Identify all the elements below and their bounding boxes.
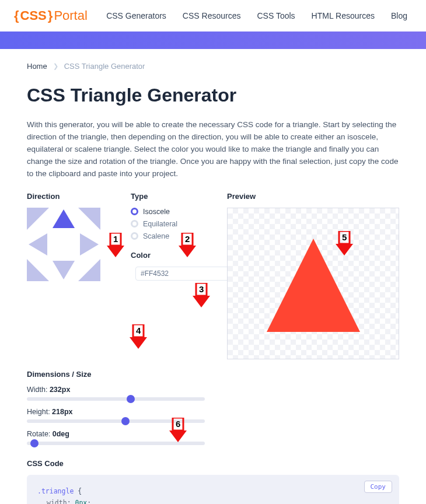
logo-brace-close: }	[48, 8, 53, 23]
preview-label: Preview	[227, 192, 399, 201]
direction-top-right[interactable]	[78, 208, 100, 230]
nav-html-resources[interactable]: HTML Resources	[312, 11, 375, 20]
code-line: .triangle {	[37, 485, 389, 497]
code-line: width: 0px;	[37, 497, 389, 504]
color-input[interactable]	[135, 267, 233, 281]
nav-css-resources[interactable]: CSS Resources	[183, 11, 241, 20]
intro-text: With this generator, you will be able to…	[27, 119, 399, 180]
direction-bottom[interactable]	[53, 259, 75, 281]
nav-css-generators[interactable]: CSS Generators	[106, 11, 166, 20]
radio-dot-icon	[131, 232, 138, 240]
direction-center-empty	[53, 233, 75, 256]
breadcrumb-home[interactable]: Home	[27, 62, 47, 71]
type-radio-isoscele[interactable]: Isoscele	[131, 208, 215, 216]
rotate-label: Rotate: 0deg	[27, 430, 205, 438]
preview-section: Preview	[227, 192, 399, 359]
banner-stripe	[0, 32, 426, 49]
direction-top-left[interactable]	[27, 208, 49, 230]
direction-top[interactable]	[53, 208, 75, 230]
type-radio-scalene[interactable]: Scalene	[131, 232, 215, 240]
slider-thumb[interactable]	[121, 417, 130, 425]
preview-triangle	[267, 239, 360, 332]
page-container: Home ❯ CSS Triangle Generator CSS Triang…	[0, 49, 426, 504]
logo-text-portal: Portal	[54, 8, 87, 23]
code-box: Copy .triangle { width: 0px; height: 0px…	[27, 475, 399, 504]
type-label: Type	[131, 192, 215, 201]
copy-button[interactable]: Copy	[364, 481, 393, 493]
type-radio-list: Isoscele Equilateral Scalene	[131, 208, 215, 240]
breadcrumb: Home ❯ CSS Triangle Generator	[27, 62, 399, 71]
type-radio-equilateral[interactable]: Equilateral	[131, 220, 215, 228]
slider-thumb[interactable]	[30, 439, 39, 447]
radio-dot-icon	[131, 208, 138, 215]
code-section: CSS Code Copy .triangle { width: 0px; he…	[27, 459, 399, 504]
width-slider[interactable]	[27, 397, 205, 401]
logo-brace-open: {	[14, 8, 19, 23]
nav-blog[interactable]: Blog	[391, 11, 407, 20]
preview-canvas	[227, 208, 399, 359]
header: {CSS}Portal CSS Generators CSS Resources…	[0, 0, 426, 32]
type-option-label: Isoscele	[143, 208, 170, 216]
type-option-label: Scalene	[143, 232, 169, 240]
direction-bottom-left[interactable]	[27, 259, 49, 281]
logo-text-css: CSS	[20, 8, 47, 23]
page-title: CSS Triangle Generator	[27, 85, 399, 106]
dimensions-label: Dimensions / Size	[27, 370, 205, 379]
dimensions-section: Dimensions / Size Width: 232px Height: 2…	[27, 370, 205, 445]
width-label: Width: 232px	[27, 386, 205, 394]
code-label: CSS Code	[27, 459, 399, 468]
type-option-label: Equilateral	[143, 220, 177, 228]
main-nav: CSS Generators CSS Resources CSS Tools H…	[106, 11, 407, 20]
height-slider[interactable]	[27, 419, 205, 423]
rotate-slider[interactable]	[27, 442, 205, 445]
chevron-right-icon: ❯	[53, 62, 58, 70]
slider-thumb[interactable]	[127, 395, 135, 403]
rotate-control: Rotate: 0deg	[27, 430, 205, 445]
color-row	[131, 267, 215, 281]
direction-grid	[27, 208, 119, 281]
direction-right[interactable]	[78, 233, 100, 256]
width-control: Width: 232px	[27, 386, 205, 401]
nav-css-tools[interactable]: CSS Tools	[257, 11, 295, 20]
height-label: Height: 218px	[27, 408, 205, 416]
type-color-section: Type Isoscele Equilateral Scalene Color	[131, 192, 215, 359]
radio-dot-icon	[131, 220, 138, 228]
direction-section: Direction	[27, 192, 119, 359]
direction-label: Direction	[27, 192, 119, 201]
direction-left[interactable]	[27, 233, 49, 256]
direction-bottom-right[interactable]	[78, 259, 100, 281]
color-label: Color	[131, 251, 215, 260]
height-control: Height: 218px	[27, 408, 205, 423]
breadcrumb-current: CSS Triangle Generator	[64, 62, 145, 71]
logo[interactable]: {CSS}Portal	[14, 8, 88, 23]
controls-row: Direction Type Isoscele	[27, 192, 399, 359]
